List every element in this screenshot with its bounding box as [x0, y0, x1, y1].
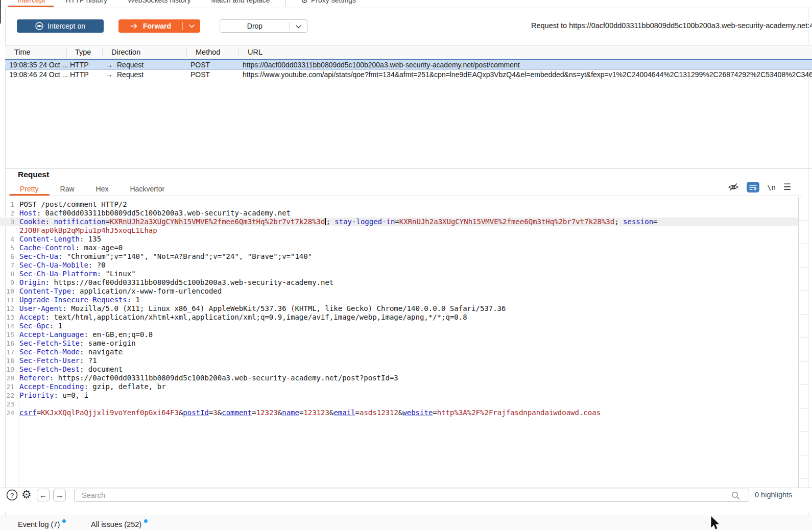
search-input[interactable] [74, 489, 749, 502]
editor-line[interactable]: 17Sec-Fetch-Mode: navigate [0, 348, 798, 356]
editor-menu-icon[interactable]: ☰ [783, 183, 791, 191]
editor-line[interactable]: 5Cache-Control: max-age=0 [0, 244, 798, 252]
editor-line[interactable]: 23 [0, 400, 798, 408]
tab-match-and-replace[interactable]: Match and replace [201, 0, 280, 8]
editor-line[interactable]: 14Sec-Gpc: 1 [0, 322, 798, 330]
editor-line[interactable]: 21Accept-Encoding: gzip, deflate, br [0, 382, 798, 391]
tab-pretty[interactable]: Pretty [9, 182, 50, 196]
request-destination-label: Request to https://0acf00dd03311bb0809dd… [531, 21, 812, 30]
line-number [0, 226, 19, 235]
syntax-text: : [45, 218, 54, 226]
editor-line[interactable]: 20Referer: https://0acf00dd03311bb0809dd… [0, 374, 798, 382]
editor-line[interactable]: 9Origin: https://0acf00dd03311bb0809dd5c… [0, 278, 798, 287]
search-settings-gear-icon[interactable]: ⚙ [21, 488, 32, 501]
all-issues-button[interactable]: All issues (252) [91, 519, 148, 528]
syntax-text: : 1 [50, 322, 62, 330]
tab-hackvertor[interactable]: Hackvertor [120, 182, 176, 196]
tab-raw[interactable]: Raw [50, 182, 85, 196]
highlights-count: 0 highlights [755, 491, 792, 499]
column-header-type[interactable]: Type [75, 48, 91, 56]
syntax-value: asds12312 [360, 408, 398, 417]
syntax-name: email [333, 408, 355, 417]
line-number: 21 [0, 382, 19, 391]
editor-line[interactable]: 22Priority: u=0, i [0, 391, 798, 400]
column-header-time[interactable]: Time [14, 48, 31, 56]
chevron-down-icon[interactable] [296, 25, 301, 29]
cell-time: 19:08:35 24 Oct ... [9, 61, 68, 69]
syntax-name: postId [183, 408, 209, 417]
tab-http-history[interactable]: HTTP history [55, 0, 117, 8]
tab-proxy-settings-label: Proxy settings [311, 0, 356, 4]
previous-match-button[interactable]: ← [37, 489, 50, 501]
editor-line[interactable]: 19Sec-Fetch-Dest: document [0, 365, 798, 374]
proxy-tab-bar: Intercept HTTP history WebSockets histor… [0, 0, 812, 8]
syntax-name: csrf [19, 408, 37, 417]
editor-line[interactable]: 13Accept: text/html,application/xhtml+xm… [0, 313, 798, 322]
syntax-text: & [218, 408, 222, 417]
table-row[interactable]: 19:08:35 24 Oct ...HTTP→RequestPOSThttps… [5, 59, 812, 69]
editor-annotation-gutter[interactable] [799, 197, 808, 488]
editor-line[interactable]: 11Upgrade-Insecure-Requests: 1 [0, 296, 798, 304]
editor-line[interactable]: 24csrf=KKJxXQqlPaQjjxli9voYenf0pGxi64F3&… [0, 408, 798, 417]
syntax-name: name [282, 408, 299, 417]
direction-arrow-icon: → [106, 70, 113, 79]
editor-line[interactable]: 15Accept-Language: en-GB,en;q=0.8 [0, 330, 798, 339]
chevron-down-icon[interactable] [189, 25, 195, 28]
editor-line[interactable]: 10Content-Type: application/x-www-form-u… [0, 287, 798, 296]
column-header-method[interactable]: Method [196, 48, 220, 56]
syntax-text: : Mozilla/5.0 (X11; Linux x86_64) AppleW… [62, 304, 506, 312]
cell-type: HTTP [70, 61, 89, 69]
tab-intercept-label: Intercept [17, 0, 45, 4]
line-number: 20 [0, 374, 19, 382]
syntax-name: Priority [19, 391, 54, 399]
forward-button[interactable]: Forward [118, 19, 200, 33]
column-header-url[interactable]: URL [248, 48, 262, 56]
cell-url: https://0acf00dd03311bb0809dd5c100b200a3… [243, 61, 812, 69]
editor-line[interactable]: 18Sec-Fetch-User: ?1 [0, 356, 798, 365]
tab-websockets-history[interactable]: WebSockets history [117, 0, 201, 8]
search-magnifier-icon[interactable] [731, 491, 740, 500]
eye-circle-icon [35, 22, 43, 30]
syntax-name: Sec-Fetch-Mode [19, 348, 80, 356]
intercept-queue-table: 19:08:35 24 Oct ...HTTP→RequestPOSThttps… [5, 59, 812, 80]
line-number: 3 [0, 218, 19, 226]
syntax-text: ; [614, 218, 623, 226]
message-view-tabs: Pretty Raw Hex Hackvertor [9, 182, 175, 196]
editor-line[interactable]: 2JO8Fap0kBp2qMpiu1p4hJ5xoqL1Lhap [0, 226, 798, 235]
cell-type: HTTP [70, 70, 89, 79]
forward-button-label: Forward [143, 22, 171, 30]
line-number: 14 [0, 322, 19, 330]
table-row[interactable]: 19:08:46 24 Oct ...HTTP→RequestPOSThttps… [5, 69, 812, 80]
hide-eye-icon[interactable] [728, 183, 739, 191]
show-newlines-button[interactable]: \n [767, 183, 776, 191]
next-match-button[interactable]: → [53, 489, 66, 501]
tab-intercept[interactable]: Intercept [7, 0, 55, 8]
tab-hex[interactable]: Hex [85, 182, 120, 196]
view-tabs-divider [5, 196, 803, 196]
editor-line[interactable]: 1POST /post/comment HTTP/2 [0, 200, 798, 209]
drop-button[interactable]: Drop [220, 19, 307, 33]
syntax-text: : 1 [127, 296, 140, 304]
syntax-name: Sec-Gpc [19, 322, 50, 330]
event-log-button[interactable]: Event log (7) [18, 519, 66, 528]
editor-line[interactable]: 7Sec-Ch-Ua-Mobile: ?0 [0, 261, 798, 270]
editor-line[interactable]: 8Sec-Ch-Ua-Platform: "Linux" [0, 270, 798, 278]
line-number: 24 [0, 408, 19, 417]
line-number: 18 [0, 356, 19, 365]
editor-line[interactable]: 16Sec-Fetch-Site: same-origin [0, 339, 798, 348]
editor-line[interactable]: 4Content-Length: 135 [0, 235, 798, 244]
editor-line[interactable]: 2Host: 0acf00dd03311bb0809dd5c100b200a3.… [0, 209, 798, 218]
syntax-text: = [395, 218, 399, 226]
editor-line[interactable]: 6Sec-Ch-Ua: "Chromium";v="140", "Not=A?B… [0, 252, 798, 261]
word-wrap-button[interactable] [747, 182, 759, 192]
editor-line[interactable]: 12User-Agent: Mozilla/5.0 (X11; Linux x8… [0, 304, 798, 313]
request-editor[interactable]: 1POST /post/comment HTTP/22Host: 0acf00d… [0, 200, 798, 417]
editor-line[interactable]: 3Cookie: notification=KXRnUJh2a3XUgCYNh1… [0, 218, 798, 226]
intercept-toggle-button[interactable]: Intercept on [17, 19, 104, 33]
help-icon[interactable]: ? [6, 489, 18, 501]
column-header-direction[interactable]: Direction [111, 48, 140, 56]
syntax-name: Sec-Ch-Ua-Mobile [19, 261, 88, 269]
syntax-name: Content-Type [19, 287, 71, 295]
tab-proxy-settings[interactable]: ⚙ Proxy settings [291, 0, 366, 8]
tab-hex-label: Hex [96, 185, 109, 193]
